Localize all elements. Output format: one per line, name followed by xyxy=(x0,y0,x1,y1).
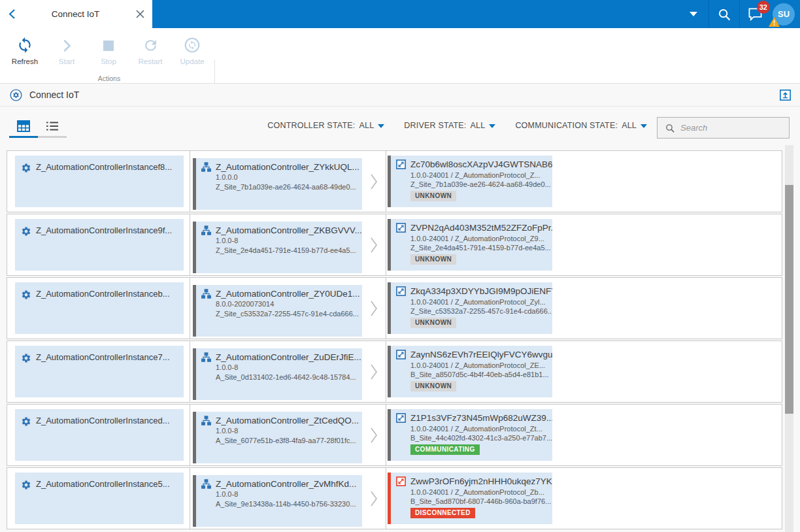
restart-button[interactable]: Restart xyxy=(129,31,171,65)
controller-name: Z_AutomationController_ZYkkUQL... xyxy=(216,162,359,172)
protocol-link-icon xyxy=(396,223,406,233)
controller-site: Z_Site_c53532a7-2255-457c-91e4-cda666... xyxy=(201,310,359,318)
driver-card[interactable]: ZaynNS6zEVh7rEEIQlyFVCY6wvgu... 1.0.0-24… xyxy=(388,346,552,397)
sitemap-icon xyxy=(201,289,211,299)
gear-icon xyxy=(21,226,31,237)
caret-down-icon xyxy=(641,124,647,128)
driver-card[interactable]: Zc70b6wl8oscXAzpVJ4GWTSNAB6uj 1.0.0-2400… xyxy=(388,156,552,207)
controller-version: 1.0.0-8 xyxy=(201,427,359,435)
avatar[interactable]: SU xyxy=(773,3,795,25)
notifications-button[interactable]: 32 xyxy=(740,0,770,28)
protocol-link-icon xyxy=(396,350,406,359)
controller-table: Z_AutomationControllerInstancef8... Z_Au… xyxy=(7,150,782,531)
search-icon xyxy=(717,7,731,22)
controller-instance-card[interactable]: Z_AutomationControllerInstance5... xyxy=(15,473,184,524)
table-row[interactable]: Z_AutomationControllerInstance7... Z_Aut… xyxy=(7,341,782,403)
expand-panel-button[interactable] xyxy=(780,90,791,101)
controller-instance-card[interactable]: Z_AutomationControllerInstance9f... xyxy=(15,219,184,271)
controller-instance-name: Z_AutomationControllerInstanced... xyxy=(36,416,170,425)
communication-state-badge: UNKNOWN xyxy=(410,318,456,328)
gear-icon xyxy=(21,353,31,363)
controller-site: A_Site_9e13438a-114b-4450-b756-33230... xyxy=(201,500,359,508)
driver-site: Z_Site_c53532a7-2255-457c-91e4-cda666... xyxy=(396,307,550,315)
grid-view-button[interactable] xyxy=(9,116,38,138)
controller-instance-card[interactable]: Z_AutomationControllerInstance7... xyxy=(15,346,184,397)
controller-card[interactable]: Z_AutomationController_ZuDErJfiE... 1.0.… xyxy=(193,348,362,400)
gear-icon xyxy=(21,416,31,427)
controller-instance-name: Z_AutomationControllerInstancef8... xyxy=(36,162,172,172)
driver-version-protocol: 1.0.0-24001 / Z_AutomationProtocol_ZE... xyxy=(396,361,550,369)
controller-version: 1.0.0-8 xyxy=(201,490,359,498)
controller-site: Z_Site_2e4da451-791e-4159-b77d-ee4a5... xyxy=(201,246,359,254)
driver-version-protocol: 1.0.0-24001 / Z_AutomationProtocol_Zyl..… xyxy=(396,298,550,306)
protocol-link-icon xyxy=(396,413,406,423)
chevron-left-icon xyxy=(7,8,17,20)
topbar-actions: 32 SU xyxy=(678,0,800,28)
controller-name: Z_AutomationController_ZtCedQO... xyxy=(216,416,359,425)
table-row[interactable]: Z_AutomationControllerInstance9f... Z_Au… xyxy=(7,214,782,276)
controller-instance-name: Z_AutomationControllerInstanceb... xyxy=(36,289,170,299)
list-view-button[interactable] xyxy=(38,116,67,138)
refresh-button[interactable]: Refresh xyxy=(4,31,46,65)
action-toolbar: Refresh Start Stop Restart Update Action… xyxy=(0,28,800,84)
update-icon xyxy=(184,37,201,54)
table-row[interactable]: Z_AutomationControllerInstanced... Z_Aut… xyxy=(7,404,782,466)
search-input[interactable] xyxy=(680,123,778,133)
controller-instance-card[interactable]: Z_AutomationControllerInstanceb... xyxy=(15,282,184,334)
chevron-right-icon xyxy=(370,237,378,254)
stop-button[interactable]: Stop xyxy=(88,31,129,65)
scrollbar-thumb[interactable] xyxy=(785,185,793,414)
toolbar-group-label: Actions xyxy=(4,75,214,82)
driver-card[interactable]: ZwwP3rOFn6yjm2nHHH0ukqez7YK0 1.0.0-24001… xyxy=(388,473,552,524)
grid-view-icon xyxy=(17,120,30,132)
tab-close-button[interactable] xyxy=(127,0,152,28)
driver-name: ZwwP3rOFn6yjm2nHHH0ukqez7YK0 xyxy=(410,476,552,486)
connect-iot-gear-icon xyxy=(10,89,22,101)
driver-version-protocol: 1.0.0-24001 / Z_AutomationProtocol_Z9... xyxy=(396,235,550,242)
tab-connect-iot[interactable]: Connect IoT xyxy=(24,9,127,19)
controller-version: 1.0.0.0 xyxy=(201,173,359,181)
driver-card[interactable]: Z1P1s3VFz73N45mWp682uWZ39... 1.0.0-24001… xyxy=(388,409,552,461)
driver-card[interactable]: ZkqA334p3XDYYbJGI9M9pOJiENFYN 1.0.0-2400… xyxy=(388,282,552,334)
table-row[interactable]: Z_AutomationControllerInstancef8... Z_Au… xyxy=(7,150,782,212)
sitemap-icon xyxy=(201,225,211,235)
controller-card[interactable]: Z_AutomationController_ZYkkUQL... 1.0.0.… xyxy=(193,158,362,210)
controller-card[interactable]: Z_AutomationController_ZKBGVVV... 1.0.0-… xyxy=(193,222,362,273)
start-icon xyxy=(59,38,74,54)
dropdown-caret-button[interactable] xyxy=(678,0,708,28)
search-box xyxy=(657,117,790,139)
controller-instance-name: Z_AutomationControllerInstance5... xyxy=(36,479,170,489)
filter-communication-state[interactable]: COMMUNICATION STATE: ALL xyxy=(515,121,647,130)
driver-card[interactable]: ZVPN2qAd403M352tM52ZFZoFpPr... 1.0.0-240… xyxy=(388,219,552,271)
expand-panel-icon xyxy=(780,90,791,101)
controller-version: 1.0.0-8 xyxy=(201,237,359,244)
notification-count-badge: 32 xyxy=(757,1,770,14)
driver-name: ZkqA334p3XDYYbJGI9M9pOJiENFYN xyxy=(410,286,552,296)
table-row[interactable]: Z_AutomationControllerInstance5... Z_Aut… xyxy=(7,467,782,529)
driver-name: ZaynNS6zEVh7rEEIQlyFVCY6wvgu... xyxy=(410,350,552,359)
communication-state-badge: UNKNOWN xyxy=(410,381,456,391)
communication-state-badge: COMMUNICATING xyxy=(410,444,480,455)
filter-driver-state[interactable]: DRIVER STATE: ALL xyxy=(404,121,495,130)
controller-instance-card[interactable]: Z_AutomationControllerInstanced... xyxy=(15,409,184,461)
back-button[interactable] xyxy=(0,0,24,28)
controller-site: Z_Site_7b1a039e-ae26-4624-aa68-49de0... xyxy=(201,183,359,191)
gear-icon xyxy=(21,480,31,490)
filter-controller-state[interactable]: CONTROLLER STATE: ALL xyxy=(267,121,384,130)
chevron-right-icon xyxy=(370,427,378,444)
table-row[interactable]: Z_AutomationControllerInstanceb... Z_Aut… xyxy=(7,277,782,339)
driver-name: Z1P1s3VFz73N45mWp682uWZ39... xyxy=(410,413,552,423)
communication-state-badge: UNKNOWN xyxy=(410,191,456,201)
start-button[interactable]: Start xyxy=(46,31,88,65)
driver-name: Zc70b6wl8oscXAzpVJ4GWTSNAB6uj xyxy=(410,159,552,169)
list-view-icon xyxy=(46,121,59,131)
controller-card[interactable]: Z_AutomationController_ZY0UDe1... 8.0.0-… xyxy=(193,285,362,337)
search-button[interactable] xyxy=(709,0,739,28)
update-button[interactable]: Update xyxy=(171,31,213,65)
driver-version-protocol: 1.0.0-24001 / Z_AutomationProtocol_Zb... xyxy=(396,488,550,496)
controller-instance-card[interactable]: Z_AutomationControllerInstancef8... xyxy=(15,156,184,207)
controller-card[interactable]: Z_AutomationController_ZvMhfKd... 1.0.0-… xyxy=(193,475,362,527)
driver-site: Z_Site_7b1a039e-ae26-4624-aa68-49de0... xyxy=(396,180,550,188)
tab-strip: Connect IoT xyxy=(0,0,152,28)
controller-card[interactable]: Z_AutomationController_ZtCedQO... 1.0.0-… xyxy=(193,412,362,463)
